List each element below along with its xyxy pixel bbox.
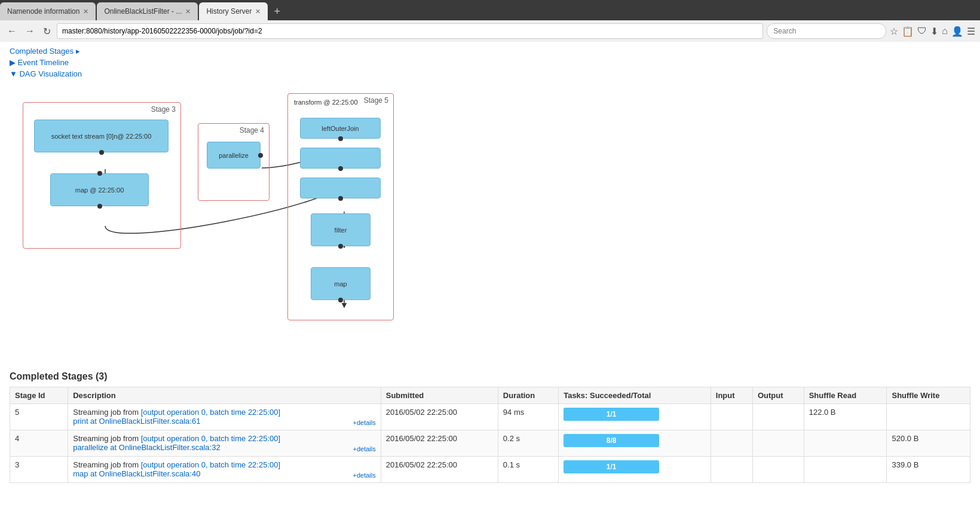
cell-stage-id: 3 <box>10 457 68 483</box>
bookmark-icon[interactable]: 📋 <box>902 26 914 37</box>
node-transform: transform @ 22:25:00 <box>294 99 358 106</box>
cell-submitted: 2016/05/02 22:25:00 <box>381 457 498 483</box>
col-shuffle-write: Shuffle Write <box>887 387 970 404</box>
details-link[interactable]: +details <box>353 445 376 452</box>
node-dot <box>338 136 343 141</box>
table-row: 5Streaming job from [output operation 0,… <box>10 404 970 430</box>
cell-shuffle-read <box>804 430 887 457</box>
cell-shuffle-write: 520.0 B <box>887 430 970 457</box>
cell-shuffle-write <box>887 404 970 430</box>
scala-link[interactable]: parallelize at OnlineBlackListFilter.sca… <box>73 443 220 452</box>
col-output: Output <box>752 387 804 404</box>
node-parallelize: parallelize <box>207 142 261 169</box>
output-op-link[interactable]: [output operation 0, batch time 22:25:00… <box>141 434 280 443</box>
tab-history[interactable]: History Server ✕ <box>199 2 268 20</box>
completed-stages-table: Stage Id Description Submitted Duration … <box>10 387 970 483</box>
download-icon[interactable]: ⬇ <box>930 26 938 37</box>
tasks-progress-bar: 1/1 <box>564 408 659 421</box>
node-dot <box>97 204 102 209</box>
tab-history-label: History Server <box>206 7 252 16</box>
tab-bar: Namenode information ✕ OnlineBlackListFi… <box>0 0 980 20</box>
menu-icon[interactable]: ☰ <box>967 26 975 37</box>
table-row: 3Streaming job from [output operation 0,… <box>10 457 970 483</box>
cell-description: Streaming job from [output operation 0, … <box>68 430 381 457</box>
col-shuffle-read: Shuffle Read <box>804 387 887 404</box>
browser-chrome: Namenode information ✕ OnlineBlackListFi… <box>0 0 980 42</box>
node-chain-2 <box>300 178 381 198</box>
stage-3: Stage 3 socket text stream [0]n@ 22:25:0… <box>23 102 181 249</box>
cell-duration: 94 ms <box>498 404 558 430</box>
tasks-progress-bar: 8/8 <box>564 434 659 447</box>
cell-stage-id: 4 <box>10 430 68 457</box>
refresh-button[interactable]: ↻ <box>41 25 53 38</box>
stage-5-label: Stage 5 <box>364 96 388 105</box>
tasks-progress-bar: 1/1 <box>564 460 659 473</box>
col-input: Input <box>710 387 752 404</box>
col-description: Description <box>68 387 381 404</box>
event-timeline-toggle[interactable]: ▶ Event Timeline <box>10 58 970 67</box>
home-icon[interactable]: ⌂ <box>942 26 948 37</box>
node-dot <box>338 244 343 249</box>
address-input[interactable] <box>57 23 763 39</box>
page-content: Completed Stages ▸ ▶ Event Timeline ▼ DA… <box>0 42 980 488</box>
address-bar-row: ← → ↻ ☆ 📋 🛡 ⬇ ⌂ 👤 ☰ <box>0 20 980 42</box>
cell-input <box>710 404 752 430</box>
stage-4-label: Stage 4 <box>240 126 264 134</box>
node-dot <box>258 153 263 158</box>
tab-blacklist[interactable]: OnlineBlackListFilter - ... ✕ <box>97 2 198 20</box>
shield-icon[interactable]: 🛡 <box>917 26 927 37</box>
node-dot <box>338 298 343 302</box>
cell-description: Streaming job from [output operation 0, … <box>68 457 381 483</box>
table-row: 4Streaming job from [output operation 0,… <box>10 430 970 457</box>
cell-tasks: 1/1 <box>559 404 711 430</box>
details-link[interactable]: +details <box>353 419 376 426</box>
cell-tasks: 8/8 <box>559 430 711 457</box>
node-left-outer-join: leftOuterJoin <box>300 118 381 139</box>
tab-add-button[interactable]: + <box>269 2 285 20</box>
stage-3-label: Stage 3 <box>151 105 176 114</box>
cell-duration: 0.1 s <box>498 457 558 483</box>
col-submitted: Submitted <box>381 387 498 404</box>
node-map-stage5: map <box>311 267 370 300</box>
cell-output <box>752 457 804 483</box>
cell-shuffle-write: 339.0 B <box>887 457 970 483</box>
tab-namenode[interactable]: Namenode information ✕ <box>0 2 96 20</box>
cell-submitted: 2016/05/02 22:25:00 <box>381 430 498 457</box>
tab-blacklist-close[interactable]: ✕ <box>185 8 191 16</box>
tab-namenode-close[interactable]: ✕ <box>83 8 88 16</box>
output-op-link[interactable]: [output operation 0, batch time 22:25:00… <box>141 408 280 417</box>
details-link[interactable]: +details <box>353 472 376 479</box>
stage-4: Stage 4 parallelize <box>198 123 270 201</box>
scala-link[interactable]: map at OnlineBlackListFilter.scala:40 <box>73 469 200 478</box>
node-dot <box>338 196 343 201</box>
star-icon[interactable]: ☆ <box>890 26 898 37</box>
node-dot <box>99 150 104 155</box>
scala-link[interactable]: print at OnlineBlackListFilter.scala:61 <box>73 417 200 426</box>
node-map-stage3: map @ 22:25:00 <box>50 173 149 206</box>
cell-submitted: 2016/05/02 22:25:00 <box>381 404 498 430</box>
cell-stage-id: 5 <box>10 404 68 430</box>
col-duration: Duration <box>498 387 558 404</box>
col-tasks: Tasks: Succeeded/Total <box>559 387 711 404</box>
cell-description: Streaming job from [output operation 0, … <box>68 404 381 430</box>
person-icon[interactable]: 👤 <box>951 26 963 37</box>
progress-bar-text: 1/1 <box>564 460 659 473</box>
search-input[interactable] <box>767 23 886 39</box>
tab-namenode-label: Namenode information <box>7 7 79 16</box>
cell-input <box>710 457 752 483</box>
cell-shuffle-read <box>804 457 887 483</box>
completed-stages-title: Completed Stages (3) <box>10 371 970 382</box>
cell-output <box>752 404 804 430</box>
output-op-link[interactable]: [output operation 0, batch time 22:25:00… <box>141 460 280 469</box>
cell-shuffle-read: 122.0 B <box>804 404 887 430</box>
back-button[interactable]: ← <box>5 25 19 38</box>
cell-output <box>752 430 804 457</box>
completed-stages-breadcrumb[interactable]: Completed Stages ▸ <box>10 47 80 56</box>
node-filter: filter <box>311 213 370 246</box>
cell-duration: 0.2 s <box>498 430 558 457</box>
cell-tasks: 1/1 <box>559 457 711 483</box>
dag-visualization-toggle[interactable]: ▼ DAG Visualization <box>10 69 970 78</box>
tab-blacklist-label: OnlineBlackListFilter - ... <box>104 7 182 16</box>
forward-button[interactable]: → <box>23 25 37 38</box>
tab-history-close[interactable]: ✕ <box>255 8 261 16</box>
